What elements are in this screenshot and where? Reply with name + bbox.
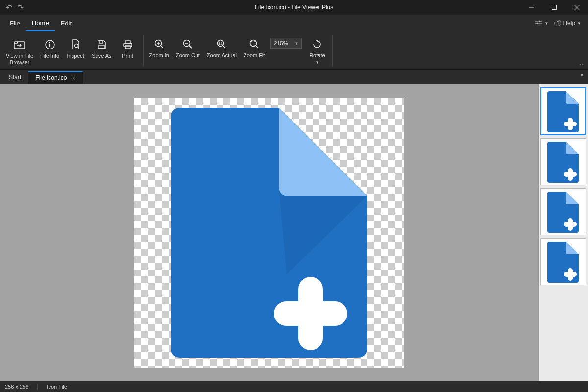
svg-rect-42 [564,272,577,277]
ribbon-separator [332,35,333,66]
settings-icon [535,20,542,26]
svg-line-26 [189,46,192,48]
status-bar: 256 x 256 Icon File [0,381,588,392]
file-info-button[interactable]: File Info [37,35,62,59]
chevron-down-icon: ▼ [544,21,548,25]
info-icon [45,37,55,52]
print-button[interactable]: Print [116,35,140,59]
chevron-down-icon: ▼ [315,60,319,65]
chevron-down-icon: ▼ [294,41,298,46]
inspect-button[interactable]: Inspect [63,35,88,59]
view-in-file-browser-button[interactable]: View in File Browser [3,35,36,66]
svg-rect-40 [564,222,577,227]
menu-edit[interactable]: Edit [55,15,77,31]
folder-arrow-icon [13,37,26,52]
close-button[interactable] [565,0,588,15]
zoom-in-icon [154,37,165,51]
svg-rect-20 [125,46,130,49]
document-search-icon [70,37,81,52]
file-plus-icon [171,108,367,358]
svg-point-5 [539,20,541,22]
undo-button[interactable]: ↶ [6,3,12,12]
save-icon [96,37,107,52]
svg-point-12 [49,42,50,43]
chevron-down-icon: ▼ [577,21,581,25]
tab-overflow-button[interactable]: ▼ [580,73,584,78]
svg-line-32 [256,46,258,48]
zoom-level-select[interactable]: 215% ▼ [270,38,302,49]
svg-rect-1 [552,5,557,10]
rotate-button[interactable]: Rotate▼ [305,35,329,66]
menu-bar: File Home Edit ▼ ? Help ▼ [0,15,588,31]
help-label: Help [563,20,575,26]
svg-rect-38 [564,172,577,177]
redo-button[interactable]: ↷ [17,3,24,12]
settings-button[interactable]: ▼ [535,20,548,26]
zoom-fit-icon [249,37,260,51]
svg-rect-34 [274,301,347,326]
svg-rect-17 [99,45,104,49]
content-area [0,84,588,381]
canvas-viewport[interactable] [0,84,538,381]
tab-strip: Start File Icon.ico × ▼ [0,70,588,84]
zoom-in-button[interactable]: Zoom In [147,35,172,59]
help-icon: ? [554,20,561,26]
zoom-out-icon [182,37,193,51]
transparency-grid [134,98,404,368]
svg-rect-36 [564,122,577,126]
zoom-actual-icon: 1:1 [216,37,227,51]
minimize-button[interactable] [520,0,543,15]
svg-point-14 [75,44,78,47]
collapse-ribbon-button[interactable]: ︿ [579,60,584,67]
svg-point-7 [537,22,538,24]
svg-line-29 [223,46,225,48]
menu-file[interactable]: File [4,15,26,31]
thumbnail-item[interactable] [540,188,586,235]
svg-point-9 [539,24,540,25]
ribbon-toolbar: View in File Browser File Info Inspect S… [0,31,588,70]
thumbnail-item[interactable] [540,87,586,135]
thumbnail-panel [538,84,588,381]
tab-file-icon[interactable]: File Icon.ico × [28,71,83,84]
zoom-fit-button[interactable]: Zoom Fit [241,35,268,59]
thumbnail-item[interactable] [540,138,586,185]
menu-home[interactable]: Home [26,15,55,31]
tab-start[interactable]: Start [2,71,28,84]
zoom-actual-button[interactable]: 1:1 Zoom Actual [204,35,240,59]
window-title: File Icon.ico - File Viewer Plus [255,4,334,11]
zoom-value: 215% [274,40,288,46]
svg-line-22 [161,46,163,48]
status-dimensions: 256 x 256 [5,384,38,390]
ribbon-separator [143,35,144,66]
help-button[interactable]: ? Help ▼ [554,20,581,26]
title-bar: ↶ ↷ File Icon.ico - File Viewer Plus [0,0,588,15]
print-icon [122,37,133,52]
zoom-out-button[interactable]: Zoom Out [173,35,203,59]
thumbnail-item[interactable] [540,238,586,285]
rotate-icon [312,37,322,51]
svg-rect-18 [125,41,130,43]
status-filetype: Icon File [47,384,67,390]
save-as-button[interactable]: Save As [89,35,114,59]
svg-text:1:1: 1:1 [219,42,223,45]
maximize-button[interactable] [543,0,565,15]
close-tab-button[interactable]: × [72,74,75,82]
